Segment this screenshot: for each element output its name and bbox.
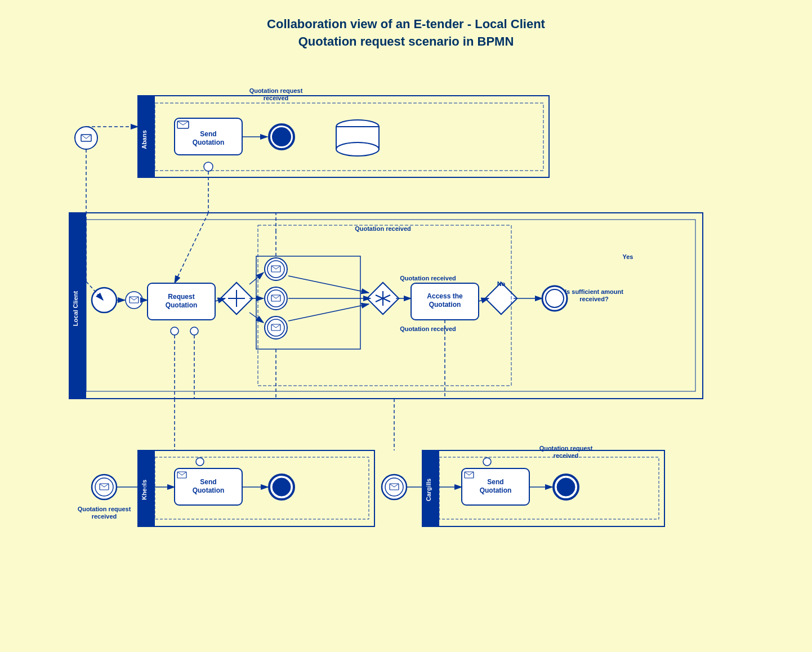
- send-quotation-kheels-label1: Send: [200, 478, 216, 486]
- qrr-cargills-2: received: [554, 452, 579, 459]
- abans-pool-label: Abans: [141, 130, 148, 149]
- db-bottom-ellipse: [336, 142, 379, 156]
- send-quotation-cargills-label2: Quotation: [480, 486, 512, 494]
- cargills-pool: [422, 450, 664, 526]
- left-env-event: [75, 127, 97, 149]
- quotation-request-received-top-label2: received: [264, 95, 289, 101]
- qrr-cargills-1: Quotation request: [539, 445, 593, 452]
- cargills-end-inner: [557, 478, 575, 496]
- request-quotation-label2: Quotation: [166, 301, 198, 309]
- cargills-small-circle: [483, 458, 491, 466]
- kheels-end-inner: [273, 478, 291, 496]
- abans-small-circle: [204, 162, 213, 171]
- lc-arrow-bot-to-egw: [288, 304, 369, 321]
- abans-end-event-inner: [273, 128, 291, 146]
- kheels-small-circle: [196, 458, 204, 466]
- exclusive-gateway: [485, 283, 517, 315]
- send-quotation-abans-label2: Quotation: [193, 139, 225, 146]
- quotation-request-received-top-label: Quotation request: [249, 87, 303, 94]
- is-sufficient-label1: Is sufficient amount: [565, 288, 623, 295]
- diagram-container: Collaboration view of an E-tender - Loca…: [0, 0, 812, 652]
- lc-small-circle-1: [171, 327, 179, 335]
- send-quotation-abans-label1: Send: [200, 130, 216, 138]
- bpmn-diagram: Abans Send Quotation Quotation request r…: [0, 0, 812, 652]
- quotation-received-bot: Quotation received: [400, 325, 456, 332]
- dashed-abns-down-2: [175, 213, 208, 283]
- qrr-bottom-left-2: received: [92, 513, 117, 520]
- kheels-pool-label: Kheels: [141, 480, 148, 500]
- send-quotation-cargills-label1: Send: [487, 478, 503, 486]
- access-quotation-label1: Access the: [427, 292, 463, 300]
- yes-label: Yes: [623, 253, 633, 260]
- access-quotation-label2: Quotation: [429, 301, 461, 309]
- request-quotation-label1: Request: [168, 293, 194, 301]
- kheels-pool: [138, 450, 374, 526]
- quotation-received-top: Quotation received: [355, 225, 411, 232]
- local-client-pool-label: Local Client: [72, 291, 79, 326]
- cargills-pool-label: Cargills: [425, 479, 432, 501]
- send-quotation-kheels-label2: Quotation: [193, 486, 225, 494]
- is-sufficient-label2: received?: [579, 296, 609, 302]
- lc-small-circle-2: [190, 327, 198, 335]
- lc-arrow-top-to-egw: [288, 276, 369, 293]
- qrr-bottom-left-1: Quotation request: [78, 506, 131, 512]
- quotation-received-mid: Quotation received: [400, 275, 456, 282]
- no-label: No: [497, 280, 506, 287]
